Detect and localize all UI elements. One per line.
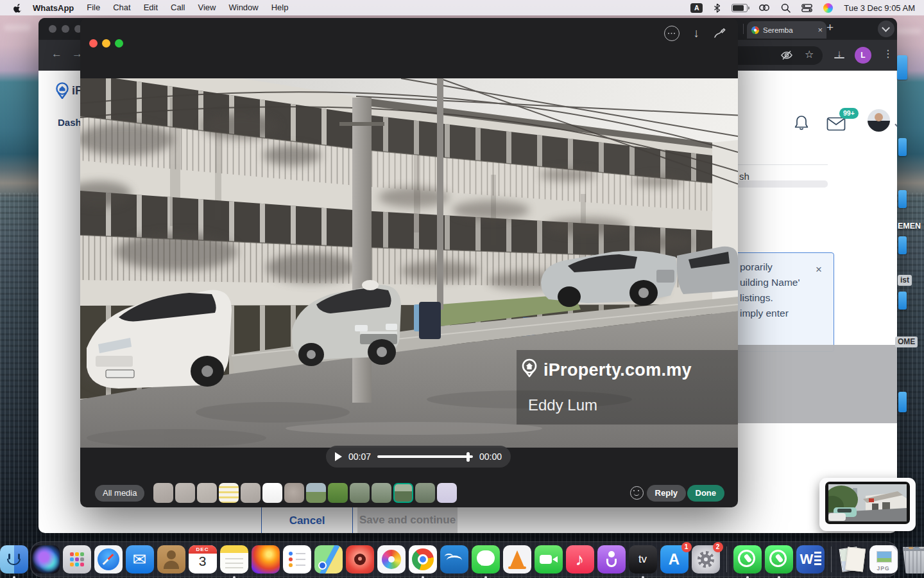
menu-edit[interactable]: Edit bbox=[137, 0, 164, 15]
browser-close-button[interactable] bbox=[49, 25, 56, 33]
dock-photos-icon[interactable] bbox=[377, 545, 406, 574]
dock-facetime-icon[interactable] bbox=[535, 545, 563, 574]
tab-search-button[interactable] bbox=[878, 21, 894, 37]
bluetooth-icon[interactable] bbox=[714, 3, 721, 13]
play-icon[interactable] bbox=[335, 452, 342, 461]
dock-openoffice-icon[interactable] bbox=[440, 545, 468, 574]
download-icon[interactable]: ↓ bbox=[834, 48, 844, 58]
menu-view[interactable]: View bbox=[192, 0, 223, 15]
all-media-button[interactable]: All media bbox=[95, 485, 144, 502]
spotlight-search-icon[interactable] bbox=[781, 3, 791, 13]
browser-profile-avatar[interactable]: L bbox=[855, 47, 871, 64]
media-thumbnail-photo[interactable] bbox=[284, 483, 304, 503]
input-source-icon[interactable]: A bbox=[690, 3, 703, 13]
dock-whatsapp-2-icon[interactable] bbox=[765, 545, 793, 574]
dock-chrome-icon[interactable] bbox=[409, 545, 437, 574]
markup-pen-icon[interactable] bbox=[714, 28, 726, 39]
iproperty-logo[interactable]: iP bbox=[55, 82, 83, 99]
dock-word-icon[interactable]: W bbox=[796, 545, 825, 574]
media-thumbnail-document[interactable] bbox=[262, 483, 282, 503]
dock-calendar-icon[interactable]: DEC3 bbox=[189, 545, 217, 574]
reply-button[interactable]: Reply bbox=[647, 485, 686, 502]
browser-menu-icon[interactable]: ⋮ bbox=[883, 48, 893, 60]
dock-app-store-icon[interactable]: A1 bbox=[660, 545, 689, 574]
media-thumbnail-photo[interactable] bbox=[415, 483, 435, 503]
dock-system-settings-icon[interactable]: 2 bbox=[692, 545, 720, 574]
desktop-icon-label[interactable]: OME bbox=[895, 337, 918, 347]
dock-reminders-icon[interactable] bbox=[283, 545, 311, 574]
media-thumbnail-document[interactable] bbox=[197, 483, 217, 503]
media-thumbnail-photo[interactable] bbox=[437, 483, 457, 503]
menu-help[interactable]: Help bbox=[265, 0, 295, 15]
seek-bar[interactable] bbox=[377, 455, 473, 458]
personal-hotspot-icon[interactable] bbox=[758, 4, 770, 12]
desktop-file-icon[interactable] bbox=[897, 55, 907, 80]
dock-trash-icon[interactable] bbox=[901, 545, 924, 574]
save-and-continue-button[interactable]: Save and continue bbox=[357, 505, 458, 533]
notifications-bell-icon[interactable] bbox=[793, 114, 810, 132]
control-center-icon[interactable] bbox=[801, 4, 812, 12]
media-thumbnail-photo[interactable] bbox=[328, 483, 348, 503]
dock-vlc-icon[interactable] bbox=[503, 545, 531, 574]
dock-safari-icon[interactable] bbox=[94, 545, 123, 574]
new-tab-button[interactable]: + bbox=[826, 21, 834, 35]
floating-video-preview[interactable] bbox=[819, 478, 916, 531]
whatsapp-media-viewer-window[interactable]: ↓ bbox=[80, 18, 738, 507]
media-thumbnail-photo[interactable] bbox=[393, 483, 413, 503]
desktop-file-icon[interactable] bbox=[898, 236, 907, 254]
close-button[interactable] bbox=[89, 39, 98, 48]
desktop-file-icon[interactable] bbox=[898, 292, 907, 310]
dock-mail-icon[interactable] bbox=[126, 545, 154, 574]
download-icon[interactable]: ↓ bbox=[694, 26, 700, 40]
more-options-icon[interactable] bbox=[664, 26, 680, 41]
dock-apple-tv-icon[interactable]: tv bbox=[629, 545, 657, 574]
cancel-button[interactable]: Cancel bbox=[261, 505, 353, 533]
profile-chevron-icon[interactable] bbox=[896, 118, 897, 130]
menu-bar-clock[interactable]: Tue 3 Dec 9:05 AM bbox=[844, 3, 915, 13]
back-button[interactable]: ← bbox=[51, 48, 62, 60]
active-app-name[interactable]: WhatsApp bbox=[26, 3, 80, 13]
menu-file[interactable]: File bbox=[80, 0, 107, 15]
dock-podcasts-icon[interactable] bbox=[597, 545, 626, 574]
media-thumbnail-photo[interactable] bbox=[372, 483, 391, 503]
desktop-file-icon[interactable] bbox=[898, 392, 907, 412]
dock-messages-icon[interactable] bbox=[472, 545, 500, 574]
dock-maps-icon[interactable] bbox=[314, 545, 343, 574]
messages-envelope-icon[interactable] bbox=[826, 117, 846, 131]
video-frame[interactable]: iProperty.com.my Eddy Lum bbox=[80, 78, 738, 448]
media-thumbnail-document[interactable] bbox=[175, 483, 195, 503]
menu-chat[interactable]: Chat bbox=[107, 0, 137, 15]
zoom-button[interactable] bbox=[115, 39, 123, 48]
menu-window[interactable]: Window bbox=[222, 0, 264, 15]
tab-close-icon[interactable]: × bbox=[817, 26, 823, 34]
tab-seremban[interactable]: Seremba × bbox=[747, 21, 826, 39]
dock-notes-icon[interactable] bbox=[220, 545, 248, 574]
banner-close-icon[interactable]: × bbox=[816, 263, 822, 276]
apple-logo-icon[interactable] bbox=[13, 3, 22, 13]
desktop-file-icon[interactable] bbox=[898, 190, 907, 208]
dock-music-icon[interactable] bbox=[566, 545, 594, 574]
dock-photo-booth-icon[interactable] bbox=[346, 545, 374, 574]
done-button[interactable]: Done bbox=[687, 485, 725, 502]
dock-siri-icon[interactable] bbox=[31, 545, 60, 574]
emoji-reaction-icon[interactable] bbox=[630, 486, 644, 500]
battery-icon[interactable] bbox=[732, 4, 748, 12]
media-thumbnail-document[interactable] bbox=[153, 483, 173, 503]
media-thumbnail-photo[interactable] bbox=[350, 483, 370, 503]
media-thumbnail-document-highlighted[interactable] bbox=[219, 483, 239, 503]
agent-avatar[interactable] bbox=[868, 109, 890, 132]
eye-slash-icon[interactable] bbox=[780, 49, 793, 61]
bookmark-star-icon[interactable]: ☆ bbox=[805, 48, 814, 60]
siri-icon[interactable] bbox=[823, 3, 833, 13]
dock-contacts-icon[interactable] bbox=[157, 545, 185, 574]
dock-firefox-icon[interactable] bbox=[252, 545, 280, 574]
desktop-icon-label[interactable]: ist bbox=[898, 275, 912, 286]
desktop-file-icon[interactable] bbox=[898, 138, 907, 156]
media-thumbnail-document[interactable] bbox=[241, 483, 261, 503]
media-thumbnail-photo[interactable] bbox=[306, 483, 326, 503]
browser-minimize-button[interactable] bbox=[62, 25, 69, 33]
dock-finder-icon[interactable] bbox=[0, 545, 28, 574]
dock-jpg-file-icon[interactable]: JPG bbox=[869, 545, 898, 574]
seek-handle[interactable] bbox=[466, 452, 470, 462]
dock-whatsapp-icon[interactable] bbox=[733, 545, 762, 574]
